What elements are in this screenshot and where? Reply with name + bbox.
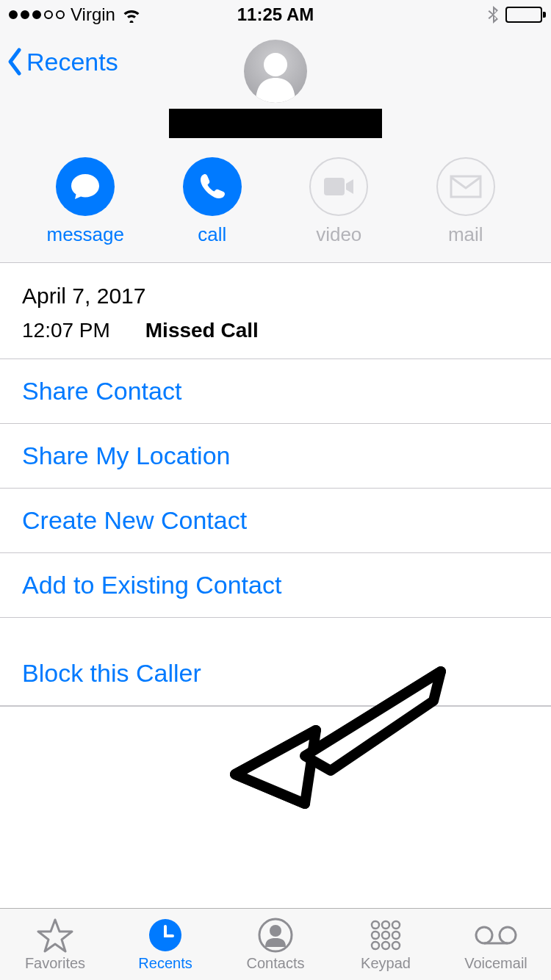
share-location-item[interactable]: Share My Location: [0, 424, 551, 489]
svg-point-16: [500, 927, 516, 943]
create-contact-item[interactable]: Create New Contact: [0, 489, 551, 553]
svg-point-7: [382, 921, 389, 929]
clock-icon: [148, 917, 183, 954]
message-icon: [69, 171, 101, 202]
chevron-left-icon: [6, 47, 24, 76]
contact-details: April 7, 2017 12:07 PM Missed Call Share…: [0, 263, 551, 707]
svg-point-12: [372, 942, 379, 949]
back-label: Recents: [26, 48, 118, 76]
clock-label: 11:25 AM: [237, 4, 314, 25]
call-log-date: April 7, 2017: [22, 284, 529, 309]
tab-recents[interactable]: Recents: [114, 917, 217, 972]
call-label: call: [198, 223, 226, 246]
svg-point-6: [372, 921, 379, 929]
back-button[interactable]: Recents: [6, 47, 118, 76]
keypad-icon: [368, 917, 403, 954]
call-log-time: 12:07 PM: [22, 319, 140, 342]
person-circle-icon: [258, 917, 293, 954]
tab-favorites-label: Favorites: [25, 955, 85, 972]
svg-point-10: [382, 932, 389, 939]
status-bar: Virgin 11:25 AM: [0, 0, 551, 29]
message-label: message: [47, 223, 125, 246]
star-icon: [37, 917, 73, 954]
svg-point-9: [372, 932, 379, 939]
menu-spacer: Block this Caller: [0, 618, 551, 706]
tab-keypad[interactable]: Keypad: [334, 917, 437, 972]
message-button[interactable]: message: [41, 157, 129, 246]
svg-point-15: [476, 927, 492, 943]
wifi-icon: [121, 7, 142, 23]
tab-bar: Favorites Recents Contacts Keyp: [0, 908, 551, 980]
svg-point-14: [392, 942, 400, 949]
svg-point-0: [264, 53, 287, 76]
tab-voicemail[interactable]: Voicemail: [444, 917, 547, 972]
mail-button: mail: [422, 157, 510, 246]
svg-point-8: [392, 921, 400, 929]
battery-icon: [505, 7, 542, 23]
mail-label: mail: [448, 223, 483, 246]
call-log-type: Missed Call: [145, 319, 259, 342]
svg-point-13: [382, 942, 389, 949]
call-button[interactable]: call: [168, 157, 256, 246]
phone-icon: [197, 171, 228, 202]
svg-point-5: [270, 925, 281, 937]
carrier-label: Virgin: [71, 4, 115, 25]
contact-avatar: [244, 40, 307, 103]
tab-contacts-label: Contacts: [247, 955, 305, 972]
tab-voicemail-label: Voicemail: [464, 955, 527, 972]
contact-name-redacted: [169, 109, 382, 138]
svg-point-11: [392, 932, 400, 939]
tab-keypad-label: Keypad: [361, 955, 411, 972]
video-button: video: [295, 157, 383, 246]
bluetooth-icon: [488, 5, 500, 24]
svg-rect-1: [324, 178, 345, 195]
contact-header: Recents message call: [0, 29, 551, 263]
block-caller-item[interactable]: Block this Caller: [0, 641, 551, 705]
voicemail-icon: [474, 917, 518, 954]
add-existing-contact-item[interactable]: Add to Existing Contact: [0, 553, 551, 618]
video-icon: [322, 176, 356, 198]
video-label: video: [316, 223, 361, 246]
signal-strength-icon: [9, 10, 65, 19]
tab-favorites[interactable]: Favorites: [4, 917, 107, 972]
call-log-section: April 7, 2017 12:07 PM Missed Call: [0, 263, 551, 359]
person-silhouette-icon: [244, 40, 307, 103]
tab-contacts[interactable]: Contacts: [224, 917, 327, 972]
tab-recents-label: Recents: [138, 955, 192, 972]
mail-icon: [450, 175, 482, 198]
share-contact-item[interactable]: Share Contact: [0, 359, 551, 424]
